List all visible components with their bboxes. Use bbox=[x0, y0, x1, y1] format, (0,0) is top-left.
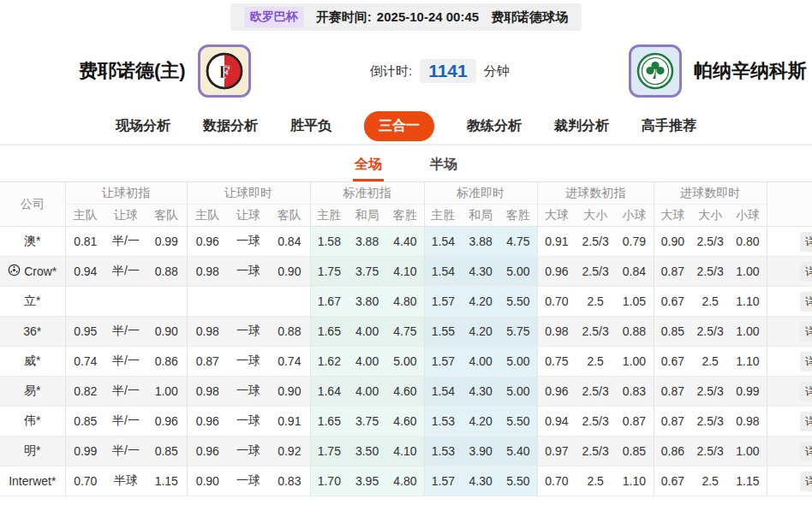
odds-cell-goals_live-0: 0.67 bbox=[654, 466, 691, 496]
odds-cell-handicap_live-2: 0.92 bbox=[269, 437, 310, 466]
detail-button[interactable]: 详 bbox=[800, 412, 812, 431]
odds-cell-euro_live-2: 5.50 bbox=[499, 466, 537, 496]
bookmaker-name-cell: 易* bbox=[0, 377, 65, 407]
subcol-header-handicap_live-1: 让球 bbox=[228, 205, 269, 227]
kickoff-label: 开赛时间: bbox=[316, 9, 372, 26]
odds-cell-euro_initial-2: 4.80 bbox=[386, 287, 424, 317]
odds-cell-goals_initial-1: 2.5 bbox=[576, 347, 615, 377]
odds-cell-euro_initial-0: 1.75 bbox=[310, 257, 348, 287]
odds-cell-euro_initial-2: 4.10 bbox=[386, 437, 424, 466]
row-actions-cell: 详统 bbox=[767, 287, 812, 317]
subcol-header-euro_live-0: 主胜 bbox=[424, 205, 462, 227]
scope-tab-1[interactable]: 半场 bbox=[428, 149, 459, 181]
detail-button[interactable]: 详 bbox=[800, 352, 812, 371]
detail-button[interactable]: 详 bbox=[800, 232, 812, 252]
odds-cell-euro_live-2: 4.75 bbox=[499, 227, 537, 257]
countdown: 倒计时: 1141 分钟 bbox=[251, 59, 629, 83]
odds-cell-handicap_live-0: 0.90 bbox=[187, 466, 228, 496]
nav-tab-2[interactable]: 胜平负 bbox=[290, 117, 331, 135]
odds-cell-handicap_initial-0: 0.81 bbox=[65, 227, 105, 257]
odds-cell-euro_initial-2: 4.60 bbox=[386, 377, 424, 407]
home-team-name: 费耶诺德(主) bbox=[79, 58, 186, 84]
odds-row: 威*0.74半/一0.860.87一球0.741.624.005.001.574… bbox=[0, 347, 812, 377]
row-actions-cell: 详统 bbox=[767, 437, 812, 466]
bookmaker-name-wrap: 明* bbox=[1, 443, 64, 459]
odds-cell-euro_initial-0: 1.64 bbox=[310, 377, 348, 407]
odds-cell-euro_live-2: 5.75 bbox=[499, 317, 537, 347]
bookmaker-name: Crow* bbox=[24, 264, 57, 278]
odds-cell-euro_live-2: 5.00 bbox=[499, 257, 537, 287]
odds-cell-euro_initial-0: 1.65 bbox=[310, 317, 348, 347]
nav-bar: 现场分析数据分析胜平负三合一教练分析裁判分析高手推荐 bbox=[0, 108, 812, 146]
odds-cell-handicap_live-1: 一球 bbox=[228, 407, 269, 437]
bookmaker-name-cell: 36* bbox=[0, 317, 65, 347]
nav-tab-1[interactable]: 数据分析 bbox=[203, 117, 258, 135]
column-header-history: 历史 bbox=[767, 182, 812, 227]
odds-cell-euro_initial-1: 3.75 bbox=[348, 407, 386, 437]
detail-button[interactable]: 详 bbox=[800, 472, 812, 491]
nav-tab-4[interactable]: 教练分析 bbox=[467, 117, 522, 135]
nav-tab-0[interactable]: 现场分析 bbox=[116, 117, 170, 135]
odds-cell-handicap_live-2: 0.90 bbox=[269, 377, 310, 407]
odds-cell-euro_live-0: 1.55 bbox=[424, 317, 462, 347]
away-team-logo-icon bbox=[629, 45, 682, 98]
home-team-logo-icon: F bbox=[198, 45, 251, 98]
odds-cell-euro_initial-0: 1.67 bbox=[310, 287, 348, 317]
nav-tab-5[interactable]: 裁判分析 bbox=[554, 117, 609, 135]
odds-cell-handicap_initial-0: 0.95 bbox=[65, 317, 105, 347]
odds-cell-euro_initial-0: 1.70 bbox=[310, 466, 348, 496]
odds-cell-goals_initial-0: 0.91 bbox=[537, 227, 576, 257]
odds-cell-handicap_initial-0: 0.85 bbox=[65, 407, 105, 437]
odds-cell-goals_initial-2: 0.84 bbox=[615, 257, 654, 287]
bookmaker-logo-icon bbox=[8, 264, 21, 279]
scope-tab-0[interactable]: 全场 bbox=[353, 149, 384, 181]
odds-cell-euro_initial-1: 4.00 bbox=[348, 377, 386, 407]
odds-cell-handicap_initial-0: 0.74 bbox=[65, 347, 105, 377]
bookmaker-name-wrap: 立* bbox=[1, 294, 64, 309]
subcol-header-goals_live-1: 大小 bbox=[691, 205, 729, 227]
odds-cell-goals_live-2: 0.80 bbox=[729, 227, 767, 257]
odds-cell-goals_initial-0: 0.70 bbox=[537, 287, 576, 317]
odds-cell-goals_live-1: 2.5 bbox=[691, 466, 729, 496]
nav-tab-6[interactable]: 高手推荐 bbox=[642, 117, 696, 135]
odds-row: 伟*0.85半/一0.960.96一球0.911.653.754.601.534… bbox=[0, 407, 812, 437]
odds-cell-handicap_live-2: 0.91 bbox=[269, 407, 310, 437]
odds-cell-goals_initial-2: 0.83 bbox=[615, 377, 654, 407]
row-actions-cell: 详统 bbox=[767, 257, 812, 287]
odds-cell-handicap_live-2: 0.84 bbox=[269, 227, 310, 257]
odds-cell-goals_initial-1: 2.5/3 bbox=[576, 377, 615, 407]
nav-tab-3[interactable]: 三合一 bbox=[364, 111, 434, 141]
odds-cell-goals_live-2: 0.99 bbox=[729, 377, 767, 407]
odds-row: Interwet*0.70半球1.150.90一球0.831.703.954.8… bbox=[0, 466, 812, 496]
odds-cell-goals_initial-1: 2.5 bbox=[576, 466, 615, 496]
odds-cell-goals_initial-2: 1.10 bbox=[615, 466, 654, 496]
odds-cell-euro_initial-2: 5.00 bbox=[386, 347, 424, 377]
odds-row: 36*0.95半/一0.900.98一球0.881.654.004.751.55… bbox=[0, 317, 812, 347]
detail-button[interactable]: 详 bbox=[800, 382, 812, 401]
odds-cell-goals_initial-1: 2.5/3 bbox=[576, 257, 615, 287]
odds-cell-handicap_initial-1: 半/一 bbox=[105, 347, 146, 377]
detail-button[interactable]: 详 bbox=[800, 262, 812, 282]
detail-button[interactable]: 详 bbox=[800, 292, 812, 312]
odds-cell-goals_live-2: 1.00 bbox=[729, 257, 767, 287]
odds-row: 立*1.673.804.801.574.205.500.702.51.050.6… bbox=[0, 287, 812, 317]
detail-button[interactable]: 详 bbox=[800, 322, 812, 342]
bookmaker-name-wrap: Interwet* bbox=[1, 474, 64, 488]
bookmaker-name-wrap: 36* bbox=[1, 324, 64, 338]
match-info-bar: 欧罗巴杯 开赛时间: 2025-10-24 00:45 费耶诺德球场 bbox=[0, 0, 812, 34]
svg-text:F: F bbox=[218, 61, 230, 82]
odds-cell-euro_initial-2: 4.75 bbox=[386, 317, 424, 347]
odds-cell-goals_live-1: 2.5/3 bbox=[691, 377, 729, 407]
detail-button[interactable]: 详 bbox=[800, 442, 812, 461]
odds-cell-goals_initial-1: 2.5/3 bbox=[576, 317, 615, 347]
league-badge[interactable]: 欧罗巴杯 bbox=[244, 7, 304, 27]
odds-cell-goals_initial-2: 0.79 bbox=[615, 227, 654, 257]
odds-cell-handicap_initial-2: 0.90 bbox=[146, 317, 187, 347]
odds-cell-handicap_initial-2: 0.99 bbox=[146, 227, 187, 257]
odds-cell-euro_initial-1: 3.95 bbox=[348, 466, 386, 496]
odds-cell-euro_live-2: 5.00 bbox=[499, 377, 537, 407]
venue-name: 费耶诺德球场 bbox=[491, 9, 568, 26]
bookmaker-name: 立* bbox=[24, 294, 40, 309]
odds-cell-handicap_live-0: 0.96 bbox=[187, 227, 228, 257]
group-header-handicap_initial: 让球初指 bbox=[65, 182, 187, 205]
